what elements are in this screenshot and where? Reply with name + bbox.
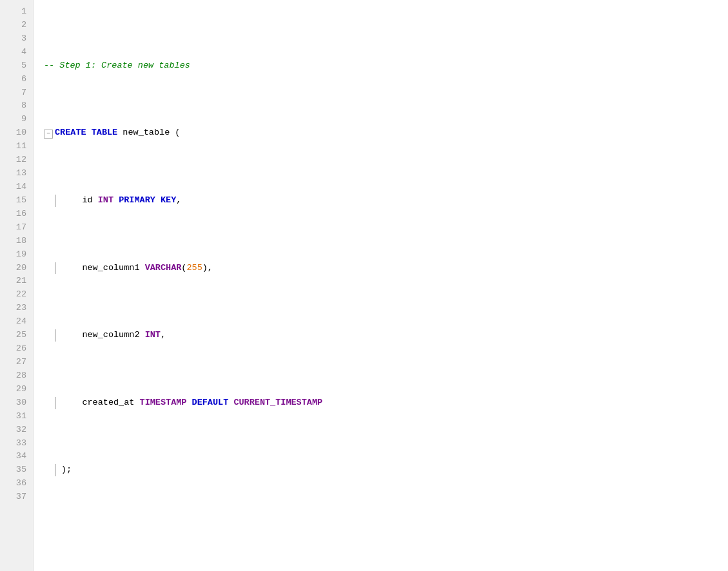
line-4: new_column1 VARCHAR(255), [44, 262, 728, 275]
code-content[interactable]: -- Step 1: Create new tables −CREATE TAB… [34, 0, 728, 571]
line-6: created_at TIMESTAMP DEFAULT CURRENT_TIM… [44, 396, 728, 410]
line-2: −CREATE TABLE new_table ( [44, 126, 728, 140]
line-3: id INT PRIMARY KEY, [44, 194, 728, 208]
code-editor: 1 2 3 4 5 6 7 8 9 10 11 12 13 14 15 16 1… [0, 0, 728, 571]
line-1: -- Step 1: Create new tables [44, 59, 728, 73]
line-8 [44, 531, 728, 545]
fold-icon-2[interactable]: − [44, 130, 53, 139]
comment-step1: -- Step 1: Create new tables [44, 59, 190, 73]
line-5: new_column2 INT, [44, 329, 728, 342]
line-7: ); [44, 463, 728, 477]
line-numbers: 1 2 3 4 5 6 7 8 9 10 11 12 13 14 15 16 1… [0, 0, 34, 571]
